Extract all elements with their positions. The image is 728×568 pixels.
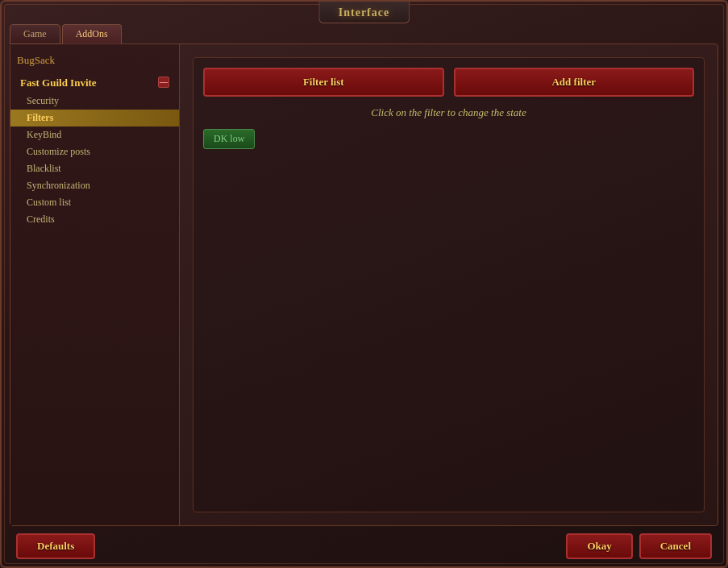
sidebar-item-customize-posts[interactable]: Customize posts bbox=[10, 143, 179, 160]
main-window: Interface Game AddOns BugSack Fast Guild… bbox=[0, 0, 728, 568]
tab-bar: Game AddOns bbox=[10, 24, 122, 44]
fastguildinvite-label: Fast Guild Invite bbox=[20, 77, 97, 89]
tab-addons[interactable]: AddOns bbox=[62, 24, 122, 44]
instruction-text: Click on the filter to change the state bbox=[203, 106, 694, 119]
sidebar-item-security[interactable]: Security bbox=[10, 93, 179, 110]
sidebar-item-custom-list[interactable]: Custom list bbox=[10, 194, 179, 211]
addon-group-bugsack: BugSack bbox=[10, 51, 179, 70]
sidebar-item-filters[interactable]: Filters bbox=[10, 110, 179, 126]
main-container: BugSack Fast Guild Invite — Security Fil… bbox=[10, 44, 718, 526]
add-filter-button[interactable]: Add filter bbox=[454, 68, 695, 97]
sidebar-item-credits[interactable]: Credits bbox=[10, 211, 179, 228]
title-bar: Interface bbox=[318, 2, 410, 23]
content-inner: Filter list Add filter Click on the filt… bbox=[193, 57, 705, 512]
content-area: Filter list Add filter Click on the filt… bbox=[180, 44, 718, 525]
sidebar: BugSack Fast Guild Invite — Security Fil… bbox=[10, 44, 180, 525]
footer-right: Okay Cancel bbox=[566, 533, 712, 559]
cancel-button[interactable]: Cancel bbox=[639, 533, 712, 559]
sidebar-item-blacklist[interactable]: Blacklist bbox=[10, 160, 179, 177]
addon-group-fastguildinvite: Fast Guild Invite — Security Filters Key… bbox=[10, 73, 179, 228]
sidebar-item-keybind[interactable]: KeyBind bbox=[10, 126, 179, 143]
window-title: Interface bbox=[339, 6, 389, 19]
footer: Defaults Okay Cancel bbox=[10, 526, 718, 566]
defaults-button[interactable]: Defaults bbox=[16, 533, 95, 559]
filter-list-button[interactable]: Filter list bbox=[203, 68, 444, 97]
sidebar-item-bugsack[interactable]: BugSack bbox=[10, 51, 179, 70]
sidebar-item-synchronization[interactable]: Synchronization bbox=[10, 177, 179, 194]
collapse-button[interactable]: — bbox=[158, 77, 169, 88]
sidebar-item-fastguildinvite[interactable]: Fast Guild Invite — bbox=[10, 73, 179, 93]
okay-button[interactable]: Okay bbox=[566, 533, 632, 559]
filter-list: DK low bbox=[203, 129, 694, 149]
tab-game[interactable]: Game bbox=[10, 24, 60, 44]
buttons-row: Filter list Add filter bbox=[203, 68, 694, 97]
filter-item-dk-low[interactable]: DK low bbox=[203, 129, 255, 149]
